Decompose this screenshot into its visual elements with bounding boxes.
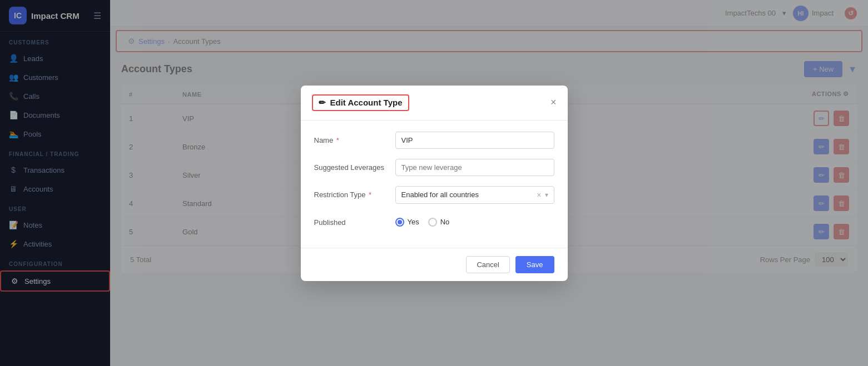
published-radio-group: Yes No <box>395 214 450 227</box>
radio-yes-circle <box>395 218 404 227</box>
restriction-select[interactable]: Enabled for all countries × ▾ <box>395 186 554 204</box>
radio-yes[interactable]: Yes <box>395 218 419 227</box>
save-button[interactable]: Save <box>515 256 554 273</box>
edit-account-type-modal: ✏ Edit Account Type × Name * Suggested L… <box>301 86 568 281</box>
leverages-field-row: Suggested Leverages <box>314 159 554 176</box>
edit-icon: ✏ <box>319 98 326 108</box>
published-label: Published <box>314 214 386 227</box>
restriction-field-row: Restriction Type * Enabled for all count… <box>314 186 554 204</box>
name-label: Name * <box>314 132 386 144</box>
modal-footer: Cancel Save <box>301 248 568 281</box>
radio-no[interactable]: No <box>428 218 450 227</box>
leverages-label: Suggested Leverages <box>314 159 386 172</box>
modal-title: ✏ Edit Account Type <box>312 94 409 111</box>
modal-close-button[interactable]: × <box>550 97 557 108</box>
cancel-button[interactable]: Cancel <box>466 256 509 273</box>
modal-body: Name * Suggested Leverages Restriction T… <box>301 121 568 248</box>
restriction-value: Enabled for all countries <box>401 190 537 199</box>
required-indicator: * <box>336 136 339 144</box>
restriction-clear-icon[interactable]: × <box>537 190 541 199</box>
required-indicator: * <box>369 190 371 199</box>
name-input[interactable] <box>395 132 554 149</box>
leverages-input[interactable] <box>395 159 554 176</box>
name-field-row: Name * <box>314 132 554 149</box>
restriction-label: Restriction Type * <box>314 186 386 199</box>
chevron-down-icon: ▾ <box>545 191 548 199</box>
modal-overlay: ✏ Edit Account Type × Name * Suggested L… <box>0 0 868 366</box>
published-field-row: Published Yes No <box>314 214 554 227</box>
modal-header: ✏ Edit Account Type × <box>301 86 568 121</box>
radio-no-circle <box>428 218 437 227</box>
